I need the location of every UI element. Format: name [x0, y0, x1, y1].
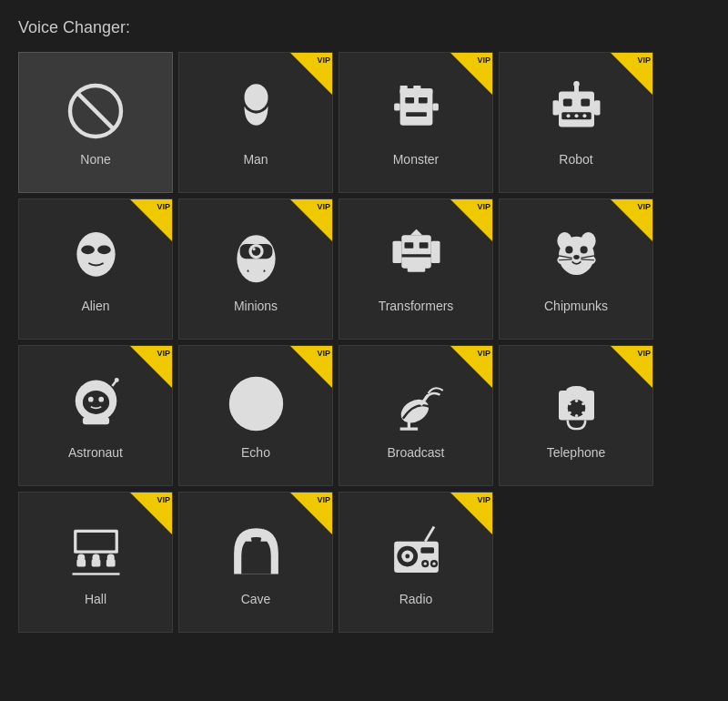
svg-point-94 [423, 563, 426, 565]
svg-rect-36 [401, 254, 431, 257]
vip-label: VIP [477, 203, 490, 211]
svg-point-2 [244, 84, 268, 110]
none-label: None [80, 152, 110, 167]
voice-option-hall[interactable]: VIP Hall [18, 492, 173, 633]
svg-rect-31 [248, 268, 263, 281]
vip-label: VIP [317, 350, 330, 358]
svg-rect-22 [594, 100, 601, 115]
voice-option-none[interactable]: None [18, 52, 173, 193]
svg-point-71 [581, 402, 584, 405]
radio-label: Radio [399, 592, 433, 606]
svg-point-23 [76, 232, 115, 277]
svg-rect-37 [407, 266, 425, 272]
svg-line-49 [581, 259, 594, 260]
svg-point-74 [568, 411, 571, 414]
svg-rect-8 [406, 112, 427, 117]
vip-label: VIP [157, 496, 170, 504]
svg-point-62 [230, 378, 282, 430]
svg-point-44 [580, 246, 587, 253]
vip-label: VIP [637, 203, 651, 211]
transformers-label: Transformers [379, 299, 454, 313]
radio-icon [384, 519, 448, 583]
alien-icon [64, 226, 127, 290]
svg-point-81 [77, 554, 85, 562]
voice-option-alien[interactable]: VIP Alien [18, 198, 173, 340]
svg-rect-7 [418, 97, 427, 104]
hall-label: Hall [85, 592, 106, 606]
voice-option-chipmunks[interactable]: VIP Chipmunks [499, 198, 653, 340]
svg-rect-21 [552, 100, 559, 115]
voice-option-robot[interactable]: VIP Robot [499, 52, 653, 193]
vip-label: VIP [157, 350, 170, 358]
svg-point-25 [97, 246, 111, 255]
svg-point-18 [566, 114, 570, 117]
hall-icon [64, 519, 127, 583]
voice-option-broadcast[interactable]: VIP Broadcast [339, 345, 493, 486]
svg-line-51 [559, 259, 572, 260]
svg-point-14 [573, 81, 580, 87]
voice-option-radio[interactable]: VIP Radio [339, 492, 493, 633]
alien-label: Alien [81, 299, 109, 313]
vip-label: VIP [157, 203, 170, 211]
voice-option-transformers[interactable]: VIP Transformers [339, 198, 493, 340]
svg-rect-56 [82, 417, 108, 424]
voice-option-monster[interactable]: VIP Monster [339, 52, 493, 193]
svg-point-83 [106, 554, 114, 562]
voice-option-astronaut[interactable]: VIP Astronaut [18, 345, 173, 486]
man-label: Man [243, 152, 268, 167]
svg-rect-11 [413, 86, 420, 93]
vip-label: VIP [317, 203, 330, 211]
svg-point-68 [566, 386, 587, 395]
svg-rect-15 [562, 99, 571, 107]
svg-point-24 [81, 246, 95, 255]
svg-rect-32 [401, 235, 431, 269]
telephone-label: Telephone [547, 445, 606, 460]
voice-changer-grid: NoneVIP ManVIP MonsterVIP [18, 52, 710, 633]
svg-point-43 [565, 246, 572, 253]
astronaut-label: Astronaut [68, 445, 123, 460]
telephone-icon [544, 372, 608, 436]
voice-option-man[interactable]: VIP Man [178, 52, 333, 193]
vip-label: VIP [637, 350, 651, 358]
svg-rect-34 [404, 242, 413, 249]
svg-point-82 [92, 554, 99, 562]
voice-option-minions[interactable]: VIP Minions [178, 198, 333, 340]
echo-label: Echo [241, 445, 270, 460]
monster-icon [384, 79, 448, 143]
vip-label: VIP [477, 496, 490, 504]
monster-label: Monster [393, 152, 440, 167]
svg-rect-12 [559, 91, 594, 127]
vip-label: VIP [637, 56, 651, 65]
svg-point-19 [574, 114, 578, 117]
chipmunks-icon [544, 226, 608, 290]
svg-point-53 [82, 391, 108, 414]
svg-point-72 [581, 411, 584, 414]
svg-rect-6 [405, 97, 414, 104]
robot-icon [544, 79, 608, 143]
echo-icon [224, 372, 288, 436]
svg-rect-77 [76, 533, 115, 551]
transformers-icon [384, 226, 448, 290]
svg-rect-39 [430, 241, 440, 263]
svg-line-88 [425, 527, 434, 542]
svg-point-70 [574, 400, 577, 402]
voice-option-cave[interactable]: VIP Cave [178, 492, 333, 633]
voice-option-telephone[interactable]: VIP Telephone [499, 345, 653, 486]
svg-rect-35 [419, 242, 428, 249]
svg-rect-92 [420, 547, 434, 554]
man-icon [224, 79, 288, 143]
robot-label: Robot [559, 152, 592, 167]
svg-point-55 [98, 397, 104, 402]
svg-point-75 [568, 402, 571, 405]
svg-rect-38 [392, 241, 401, 263]
vip-label: VIP [317, 56, 330, 65]
svg-point-47 [573, 255, 580, 259]
svg-line-1 [77, 92, 114, 128]
voice-option-echo[interactable]: VIP Echo [178, 345, 333, 486]
vip-label: VIP [317, 496, 330, 504]
svg-rect-16 [581, 99, 590, 107]
svg-point-58 [114, 378, 118, 382]
svg-point-96 [432, 563, 435, 565]
none-icon [64, 79, 127, 143]
chipmunks-label: Chipmunks [544, 299, 608, 313]
